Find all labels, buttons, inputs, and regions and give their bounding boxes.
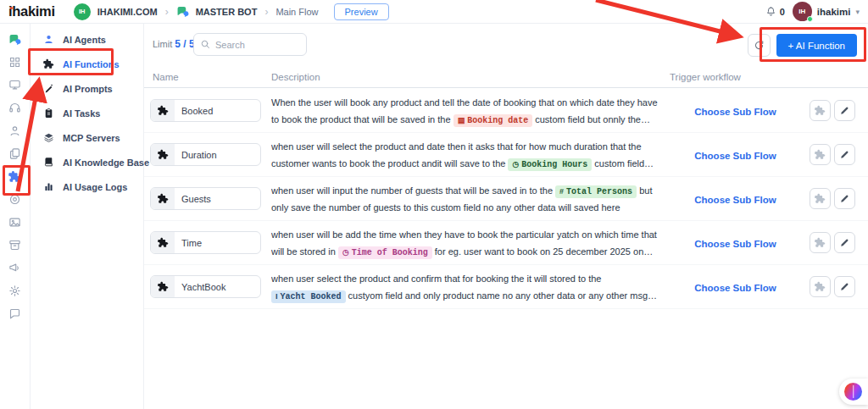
sidebar-item-label: AI Usage Logs: [63, 182, 127, 192]
bell-icon: [765, 6, 776, 17]
function-description: when user will select the product and da…: [271, 138, 670, 172]
sidebar-item-ai-tasks[interactable]: AI Tasks: [31, 101, 143, 125]
function-description: when user will be add the time when they…: [271, 226, 670, 260]
rail-inbox-archive-icon[interactable]: [0, 234, 30, 257]
choose-sub-flow-link[interactable]: Choose Sub Flow: [694, 283, 776, 293]
table-row: Guests when user will input the number o…: [144, 177, 868, 221]
pencil-icon: [839, 281, 850, 292]
sidebar-item-label: MCP Servers: [63, 133, 120, 143]
rail-settings-gear-icon[interactable]: [0, 279, 30, 302]
edit-function-button[interactable]: [834, 188, 855, 209]
function-name-box[interactable]: YachtBook: [150, 275, 261, 298]
edit-function-button[interactable]: [834, 232, 855, 253]
clipboard-icon: [43, 108, 54, 119]
function-name-box[interactable]: Duration: [150, 143, 261, 166]
function-puzzle-button[interactable]: [810, 100, 831, 121]
main-content: Limit5 / 50 + AI Function Name Descripti…: [144, 24, 868, 409]
rail-broadcast-megaphone-icon[interactable]: [0, 257, 30, 279]
calendar-icon: ▤: [458, 117, 465, 124]
rail-copy-docs-icon[interactable]: [0, 142, 30, 165]
column-header-name: Name: [153, 72, 179, 82]
choose-sub-flow-link[interactable]: Choose Sub Flow: [694, 195, 776, 205]
sidebar-item-label: AI Tasks: [63, 108, 100, 119]
function-puzzle-button[interactable]: [810, 232, 831, 253]
add-ai-function-button[interactable]: + AI Function: [776, 34, 857, 57]
rail-contacts-icon[interactable]: [0, 119, 30, 142]
user-icon: [43, 34, 54, 45]
sidebar-item-label: AI Functions: [63, 59, 120, 69]
chevron-down-icon: ▾: [855, 8, 860, 16]
bot-chat-icon: [176, 5, 189, 18]
ai-sidebar: AI Agents AI Functions AI Prompts AI Tas…: [31, 24, 144, 409]
sidebar-item-label: AI Knowledge Base: [63, 158, 149, 168]
clock-icon: ◷: [512, 161, 519, 169]
search-input[interactable]: [193, 33, 307, 56]
rail-chatbot-logo-icon[interactable]: [0, 28, 30, 51]
sidebar-item-ai-usage-logs[interactable]: AI Usage Logs: [31, 174, 143, 199]
function-name-label: Guests: [175, 194, 211, 204]
functions-table: Booked When the user will book any produ…: [144, 89, 868, 309]
refresh-button[interactable]: [748, 34, 771, 57]
function-name-box[interactable]: Guests: [150, 187, 261, 210]
sidebar-item-ai-prompts[interactable]: AI Prompts: [31, 76, 143, 101]
sidebar-item-ai-agents[interactable]: AI Agents: [31, 27, 143, 52]
sidebar-item-ai-functions[interactable]: AI Functions: [31, 52, 143, 76]
brain-icon: [844, 383, 862, 401]
app-logo: ihakimi: [8, 4, 55, 19]
breadcrumb-bot[interactable]: MASTER BOT: [196, 7, 258, 17]
top-header: ihakimi IH IHAKIMI.COM › MASTER BOT › Ma…: [0, 0, 868, 24]
choose-sub-flow-link[interactable]: Choose Sub Flow: [694, 151, 776, 161]
text-cursor-icon: I: [275, 293, 278, 301]
choose-sub-flow-link[interactable]: Choose Sub Flow: [694, 239, 776, 249]
table-row: YachtBook when user select the product a…: [144, 265, 868, 309]
puzzle-icon: [151, 232, 175, 253]
rail-board-icon[interactable]: [0, 74, 30, 97]
function-name-label: Booked: [175, 106, 213, 116]
rail-target-icon[interactable]: [0, 188, 30, 211]
pencil-icon: [839, 193, 850, 204]
puzzle-icon: [815, 281, 826, 292]
function-name-box[interactable]: Booked: [150, 99, 261, 122]
rail-comments-icon[interactable]: [0, 302, 30, 325]
function-puzzle-button[interactable]: [810, 188, 831, 209]
puzzle-icon: [151, 276, 175, 297]
search-box: [193, 33, 307, 56]
puzzle-icon: [815, 149, 826, 160]
header-divider: [144, 87, 868, 88]
workspace-avatar[interactable]: IH: [74, 3, 91, 20]
chevron-right-icon: ›: [264, 6, 268, 18]
refresh-icon: [754, 40, 765, 51]
ai-assistant-button[interactable]: [839, 379, 868, 405]
pencil-icon: [839, 149, 850, 160]
function-puzzle-button[interactable]: [810, 144, 831, 165]
chevron-right-icon: ›: [165, 6, 169, 18]
choose-sub-flow-link[interactable]: Choose Sub Flow: [694, 107, 776, 117]
function-name-label: YachtBook: [175, 282, 225, 292]
edit-function-button[interactable]: [834, 276, 855, 297]
puzzle-icon: [815, 105, 826, 116]
breadcrumb-workspace[interactable]: IHAKIMI.COM: [97, 7, 158, 17]
custom-field-tag: ◷Booking Hours: [508, 158, 592, 171]
edit-function-button[interactable]: [834, 144, 855, 165]
function-name-label: Duration: [175, 150, 217, 160]
function-name-box[interactable]: Time: [150, 231, 261, 254]
sidebar-item-ai-knowledge-base[interactable]: AI Knowledge Base: [31, 150, 143, 174]
breadcrumb-page: Main Flow: [275, 7, 318, 17]
edit-function-button[interactable]: [834, 100, 855, 121]
rail-ai-puzzle-icon[interactable]: [0, 165, 30, 188]
rail-media-icon[interactable]: [0, 211, 30, 234]
custom-field-tag: IYacht Booked: [271, 290, 346, 303]
sidebar-item-label: AI Prompts: [63, 84, 113, 94]
sidebar-item-mcp-servers[interactable]: MCP Servers: [31, 125, 143, 150]
preview-button[interactable]: Preview: [334, 3, 389, 20]
function-puzzle-button[interactable]: [810, 276, 831, 297]
layers-icon: [43, 132, 54, 143]
notifications-button[interactable]: 0: [765, 6, 785, 17]
icon-rail: [0, 24, 31, 409]
table-row: Time when user will be add the time when…: [144, 221, 868, 265]
rail-dashboard-grid-icon[interactable]: [0, 51, 30, 74]
rail-support-headset-icon[interactable]: [0, 97, 30, 119]
user-menu[interactable]: IH ihakimi ▾: [793, 2, 860, 21]
pencil-icon: [839, 105, 850, 116]
puzzle-icon: [43, 58, 54, 69]
